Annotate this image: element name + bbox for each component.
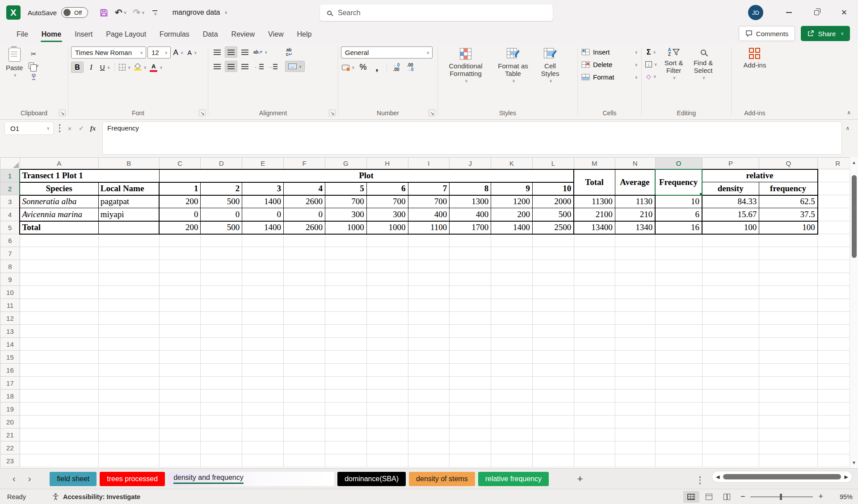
cell[interactable] xyxy=(759,377,818,390)
cell[interactable] xyxy=(98,351,159,364)
cell[interactable] xyxy=(242,312,284,325)
column-header-H[interactable]: H xyxy=(366,158,408,169)
bold-button[interactable]: B xyxy=(71,62,84,73)
cell[interactable] xyxy=(491,441,533,454)
cell[interactable] xyxy=(201,234,242,247)
cell-frequency-3[interactable]: 10 xyxy=(655,195,702,208)
cell[interactable] xyxy=(201,377,242,390)
cell[interactable] xyxy=(655,338,702,351)
cell[interactable] xyxy=(615,312,655,325)
cell-value[interactable]: 2500 xyxy=(533,221,574,234)
cell[interactable] xyxy=(20,247,98,260)
cell-value[interactable]: 700 xyxy=(366,195,408,208)
cell[interactable] xyxy=(450,234,491,247)
cell[interactable] xyxy=(533,441,574,454)
cell-value[interactable]: 0 xyxy=(159,208,201,221)
cell[interactable] xyxy=(366,247,408,260)
zoom-slider-thumb[interactable] xyxy=(780,494,782,500)
cell[interactable] xyxy=(366,299,408,312)
cell[interactable] xyxy=(702,441,759,454)
cell[interactable] xyxy=(242,390,284,403)
cell[interactable] xyxy=(655,286,702,299)
cell[interactable] xyxy=(325,260,366,273)
cell[interactable] xyxy=(284,273,325,286)
cell[interactable] xyxy=(491,454,533,467)
cell[interactable] xyxy=(533,428,574,441)
cell[interactable] xyxy=(284,312,325,325)
cell-value[interactable]: 1000 xyxy=(325,221,366,234)
cell-value[interactable]: 0 xyxy=(242,208,284,221)
column-header-P[interactable]: P xyxy=(702,158,759,169)
cell[interactable] xyxy=(655,273,702,286)
cell[interactable] xyxy=(574,403,615,416)
autosave-toggle[interactable]: Off xyxy=(61,7,88,18)
cell[interactable] xyxy=(533,377,574,390)
cell-relative-header[interactable]: relative xyxy=(702,169,818,182)
row-header-21[interactable]: 21 xyxy=(0,428,20,441)
accounting-format-button[interactable]: ∨ xyxy=(341,62,356,73)
cell[interactable] xyxy=(201,403,242,416)
row-header-8[interactable]: 8 xyxy=(0,260,20,273)
cell[interactable] xyxy=(408,286,450,299)
cell[interactable] xyxy=(408,377,450,390)
delete-cells-button[interactable]: Delete ∨ xyxy=(580,59,639,70)
cell[interactable] xyxy=(325,403,366,416)
cell[interactable] xyxy=(450,299,491,312)
cell[interactable] xyxy=(655,325,702,338)
cell[interactable] xyxy=(366,234,408,247)
cell-local-name-4[interactable]: miyapi xyxy=(98,208,159,221)
cell[interactable] xyxy=(366,441,408,454)
cell[interactable] xyxy=(284,247,325,260)
cell-value[interactable]: 1100 xyxy=(408,221,450,234)
cell-value[interactable]: 2600 xyxy=(284,221,325,234)
cell-frequency-4[interactable]: 6 xyxy=(655,208,702,221)
cell[interactable] xyxy=(98,428,159,441)
cell-local-name-3[interactable]: pagatpat xyxy=(98,195,159,208)
cell[interactable] xyxy=(702,351,759,364)
cell[interactable] xyxy=(20,299,98,312)
cell[interactable] xyxy=(702,416,759,428)
cell[interactable] xyxy=(242,286,284,299)
cell[interactable] xyxy=(491,286,533,299)
insert-cells-button[interactable]: Insert ∨ xyxy=(580,46,639,58)
cell[interactable] xyxy=(450,454,491,467)
ribbon-tab-review[interactable]: Review xyxy=(225,27,261,42)
cell-plot-number-2[interactable]: 2 xyxy=(201,182,242,195)
collapse-formula-bar-button[interactable]: ∧ xyxy=(842,122,854,135)
restore-button[interactable] xyxy=(803,0,830,25)
cell[interactable] xyxy=(408,299,450,312)
cell[interactable] xyxy=(325,286,366,299)
cell[interactable] xyxy=(615,364,655,377)
number-format-select[interactable]: General ∨ xyxy=(341,46,433,59)
cell[interactable] xyxy=(242,234,284,247)
scroll-right-icon[interactable]: ▶ xyxy=(845,474,848,480)
row-header-9[interactable]: 9 xyxy=(0,273,20,286)
ribbon-tab-page-layout[interactable]: Page Layout xyxy=(99,27,153,42)
cell[interactable] xyxy=(655,377,702,390)
cell-plot-number-4[interactable]: 4 xyxy=(284,182,325,195)
cell-value[interactable]: 1400 xyxy=(242,195,284,208)
cell[interactable] xyxy=(20,364,98,377)
cell[interactable] xyxy=(702,247,759,260)
cell[interactable] xyxy=(759,364,818,377)
row-header-22[interactable]: 22 xyxy=(0,441,20,454)
search-box[interactable] xyxy=(320,4,553,21)
row-header-5[interactable]: 5 xyxy=(0,221,20,234)
cell[interactable] xyxy=(491,377,533,390)
cell[interactable] xyxy=(159,390,201,403)
cell[interactable] xyxy=(450,325,491,338)
cell[interactable] xyxy=(242,454,284,467)
cell[interactable] xyxy=(366,312,408,325)
cell-plot-number-9[interactable]: 9 xyxy=(491,182,533,195)
cell[interactable] xyxy=(450,364,491,377)
increase-indent-button[interactable]: → xyxy=(266,61,279,72)
sheet-tab-trees-processed[interactable]: trees processed xyxy=(100,472,165,486)
cell[interactable] xyxy=(655,454,702,467)
paste-button[interactable]: Paste ∨ xyxy=(3,46,26,80)
cell-value[interactable]: 200 xyxy=(491,208,533,221)
align-top-button[interactable] xyxy=(211,46,223,58)
cell[interactable] xyxy=(491,234,533,247)
cancel-button[interactable]: × xyxy=(64,122,76,135)
column-header-J[interactable]: J xyxy=(450,158,491,169)
ribbon-tab-view[interactable]: View xyxy=(261,27,290,42)
